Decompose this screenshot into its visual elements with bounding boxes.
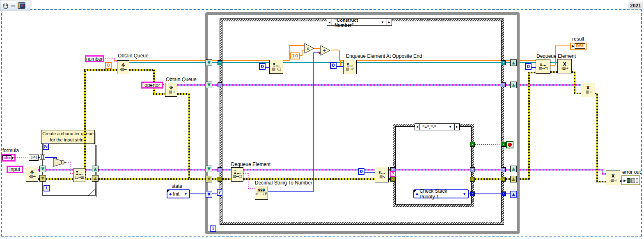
enqueue-icon: □→▥ (75, 175, 84, 180)
wire-error (153, 93, 165, 95)
check-stack-priority-enum-constant[interactable]: ◆ Check Stack Priority 1 ▼ (413, 189, 469, 198)
tunnel-stop-right[interactable] (501, 142, 506, 147)
shift-register-opertor-queue-right[interactable]: ▲ (510, 82, 517, 88)
shift-register-number-queue-left[interactable]: ▼ (206, 59, 212, 66)
case-next-arrow[interactable]: ► (387, 19, 392, 26)
dbl-type-label: DBL (575, 43, 585, 49)
shift-register-error-right[interactable]: ▲ (510, 176, 517, 182)
u8-icon: [u8] (31, 156, 37, 159)
for-loop-error-tunnel-right[interactable]: ▲ (92, 175, 99, 182)
wire-next-state (506, 193, 510, 194)
tunnel-opertor-queue-left[interactable] (218, 82, 222, 87)
tunnel-inner-queue-right[interactable] (470, 167, 475, 172)
tunnel-inner-state-right[interactable] (470, 191, 475, 196)
byte-to-string-funnel-node[interactable] (53, 157, 68, 168)
case-prev-arrow[interactable]: ◄ (415, 123, 420, 130)
enqueue-opposite-end-node[interactable]: Ξ… ▥→↵ (343, 60, 357, 74)
timeout-zero-constant[interactable]: 0 (330, 62, 337, 69)
string-to-byte-array-node[interactable]: [u8] (29, 155, 39, 161)
number-string-control[interactable]: number (85, 55, 104, 62)
shift-register-error-left[interactable]: ▼ (206, 176, 212, 182)
queue-top-icon: Ξ… (273, 63, 280, 67)
shift-register-opertor-queue-left[interactable]: ▼ (206, 82, 212, 88)
while-loop-conditional-terminal[interactable] (506, 141, 513, 148)
case-prev-arrow[interactable]: ◄ (327, 19, 332, 26)
wire-multiply-out (314, 48, 320, 49)
wire-add-out (331, 50, 339, 50)
formula-string-control[interactable]: abc ▶ (1, 154, 16, 162)
for-loop-queue-tunnel-right[interactable]: ▲ (92, 166, 99, 172)
multiply-node[interactable]: x (304, 43, 315, 54)
comment-box[interactable]: Create a character queue for the input s… (41, 130, 95, 144)
case-selector-terminal-inner[interactable]: ? (390, 171, 396, 177)
tunnel-inner-error-left[interactable] (390, 177, 395, 182)
release-icon: X (612, 174, 615, 178)
queue-icon: -▥→ (29, 175, 35, 179)
for-loop-iteration-terminal[interactable]: i (44, 185, 50, 191)
dequeue-element-node-right[interactable]: Ξ… ▥→□ (536, 59, 550, 74)
tunnel-input-queue-right[interactable] (501, 167, 506, 172)
release-queue-node-1[interactable]: X -▥→ (557, 59, 572, 73)
for-loop-error-tunnel-left[interactable]: ▼ (39, 175, 46, 182)
error-out-indicator[interactable]: ▶ (621, 175, 640, 185)
case-next-arrow[interactable]: ► (454, 123, 460, 130)
release-queue-node-3[interactable]: X -▥→ (606, 171, 620, 185)
enqueue-element-node-forloop[interactable]: Ξ… □→▥ (73, 168, 85, 182)
preview-queue-element-node[interactable]: Ξ… -▥↘ (375, 167, 389, 182)
tunnel-state-right[interactable] (501, 191, 506, 196)
release-queue-node-2[interactable]: X -▥→ (581, 83, 595, 97)
result-indicator[interactable]: ▶ DBL (570, 43, 587, 50)
input-string-control[interactable]: input (7, 166, 23, 173)
obtain-queue-input-node[interactable]: ※ -▥→ (26, 167, 38, 182)
for-loop-queue-tunnel-left[interactable]: ▼ (39, 166, 46, 172)
shift-register-state-right[interactable]: ▲ (510, 191, 517, 198)
wire-error (46, 178, 73, 180)
obtain-queue-opertor-node[interactable]: ※ -▥→ (165, 83, 177, 97)
tunnel-opertor-queue-right[interactable] (501, 82, 506, 87)
wire-error (574, 71, 575, 93)
outer-case-selector[interactable]: ◄ "Construct Number" ▼ ► (327, 19, 392, 26)
timeout-zero-constant[interactable]: 0 (259, 63, 266, 70)
wire-error (222, 178, 231, 180)
timeout-zero-constant[interactable]: 0 (525, 63, 532, 70)
queue-icon: -▥→ (610, 178, 616, 182)
tunnel-inner-error-right[interactable] (470, 177, 475, 182)
inner-case-selector[interactable]: ◄ "+","-" ▼ ► (415, 123, 460, 130)
shift-register-input-queue-right[interactable]: ▲ (510, 166, 517, 172)
ten-constant[interactable]: 10 (290, 52, 300, 59)
tunnel-input-queue-left[interactable] (218, 167, 222, 172)
shift-register-input-queue-left[interactable]: ▼ (206, 166, 212, 172)
shift-register-state-left[interactable]: ▼ (206, 191, 212, 198)
wire-queue-input (395, 169, 470, 171)
dequeue-element-node-mid[interactable]: Ξ… ▥→□ (231, 167, 243, 182)
wire-result (550, 65, 555, 66)
position-arrow-icon[interactable]: ⇨ (11, 2, 16, 9)
vi-icon[interactable] (18, 2, 25, 9)
wire-dequeued-string (248, 188, 255, 189)
add-node[interactable]: + (320, 45, 331, 56)
opertor-string-control[interactable]: opertor (141, 82, 163, 89)
case-name: "Construct Number" (335, 18, 377, 27)
dequeue-element-node-top[interactable]: Ξ… ▥→□ (269, 60, 283, 74)
auto-index-tunnel[interactable]: [] (40, 155, 45, 160)
tunnel-inner-stop-right[interactable] (470, 142, 475, 147)
tunnel-error-left[interactable] (218, 177, 222, 182)
wire-queue-number (129, 62, 206, 63)
decimal-string-to-number-node[interactable]: 999 ⊙⋯→# (255, 186, 268, 200)
wire-queue-opertor (222, 84, 501, 86)
case-selector-terminal-outer[interactable]: ? (217, 189, 222, 196)
dbl-zero-constant[interactable]: 0 (105, 62, 112, 69)
tunnel-number-queue-left[interactable] (218, 60, 222, 65)
while-loop-iteration-terminal[interactable]: i (210, 225, 216, 232)
wire-next-state (475, 193, 501, 194)
timeout-zero-constant[interactable]: 0 (358, 168, 364, 175)
wire-queue-number (357, 62, 501, 63)
hand-tool-icon[interactable] (2, 2, 9, 9)
for-loop-count-terminal[interactable]: N (43, 143, 49, 150)
state-enum-constant[interactable]: ◆ Init ▼ (167, 189, 190, 198)
tunnel-error-right[interactable] (501, 177, 506, 182)
obtain-queue-number-node[interactable]: ※ -▥→ (117, 60, 129, 74)
shift-register-number-queue-right[interactable]: ▲ (510, 59, 517, 66)
dequeue-right-label: Dequeue Element (536, 53, 576, 59)
tunnel-number-queue-right[interactable] (501, 60, 506, 65)
